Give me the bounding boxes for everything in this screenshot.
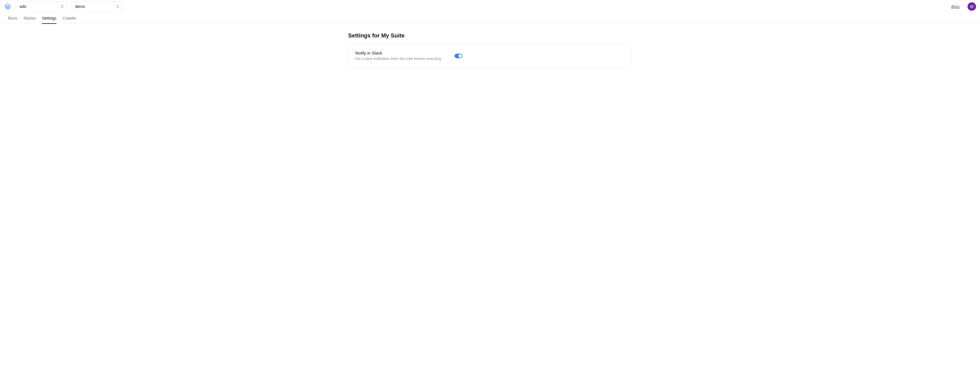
chevron-up-down-icon xyxy=(60,4,64,9)
avatar-initial: M xyxy=(970,4,974,9)
tab-stories[interactable]: Stories xyxy=(24,16,36,24)
project-select-value: wiki xyxy=(19,4,26,9)
avatar[interactable]: M xyxy=(967,2,976,11)
page-title: Settings for My Suite xyxy=(348,32,632,39)
tab-crawler[interactable]: Crawler xyxy=(63,16,76,24)
card-title: Notify in Slack xyxy=(355,51,441,56)
content: Settings for My Suite Notify in Slack Ge… xyxy=(342,24,638,76)
logo-icon[interactable] xyxy=(4,3,11,10)
tabbar: Runs Stories Settings Crawler xyxy=(0,13,980,24)
notify-slack-toggle[interactable] xyxy=(455,54,463,58)
suite-select[interactable]: demo xyxy=(72,2,123,12)
card-description: Get a slack notification when this suite… xyxy=(355,56,441,61)
tab-settings[interactable]: Settings xyxy=(42,16,56,24)
settings-card-notify-slack: Notify in Slack Get a slack notification… xyxy=(348,44,632,68)
topbar: wiki demo docs M xyxy=(0,0,980,13)
card-text: Notify in Slack Get a slack notification… xyxy=(355,51,441,61)
suite-select-value: demo xyxy=(75,4,85,9)
project-select[interactable]: wiki xyxy=(16,2,67,12)
svg-marker-0 xyxy=(5,4,10,7)
docs-link[interactable]: docs xyxy=(951,4,959,9)
chevron-up-down-icon xyxy=(116,4,119,9)
tab-runs[interactable]: Runs xyxy=(8,16,17,24)
